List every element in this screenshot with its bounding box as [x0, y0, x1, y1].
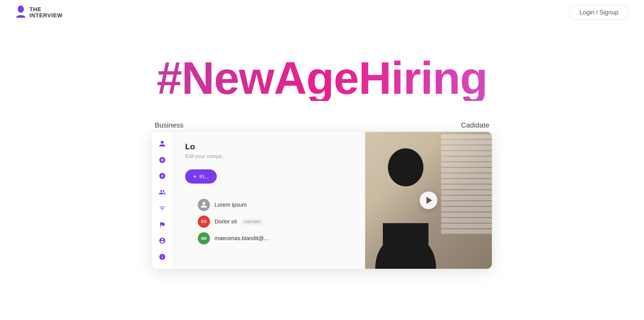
info-icon[interactable] [158, 253, 167, 261]
window-blinds [441, 132, 492, 269]
play-triangle-icon [426, 197, 432, 204]
blind-slat [441, 134, 492, 139]
invite-button[interactable]: + In... [185, 169, 217, 184]
app-window: Lo Edit your compa... + In... Lorem ipsu… [152, 132, 492, 269]
demo-labels: Business Cadidate [152, 121, 492, 129]
svg-rect-2 [383, 223, 428, 269]
hero-title: #NewAgeHiring [0, 55, 644, 101]
logo-icon [15, 6, 26, 19]
avatar: MB [198, 232, 210, 244]
hero-section: #NewAgeHiring [0, 25, 644, 121]
blind-slat [441, 140, 492, 145]
header: THE INTERVIEW Login / Signup [0, 0, 644, 25]
blind-slat [441, 162, 492, 167]
blind-slat [441, 229, 492, 234]
play-button[interactable] [420, 191, 437, 209]
blind-slat [441, 157, 492, 161]
blind-slat [441, 212, 492, 217]
login-signup-button[interactable]: Login / Signup [569, 5, 629, 20]
logo-line2: INTERVIEW [29, 12, 63, 19]
svg-point-1 [388, 148, 423, 186]
blind-slat [441, 151, 492, 156]
blind-slat [441, 173, 492, 178]
chat-name: Dorlor sit [214, 218, 237, 225]
logo-line1: THE [29, 6, 63, 12]
video-panel [365, 132, 492, 269]
blind-slat [441, 224, 492, 228]
blind-slat [441, 146, 492, 150]
blind-slat [441, 179, 492, 184]
plus-circle-icon[interactable] [158, 156, 167, 164]
label-candidate: Cadidate [461, 121, 489, 129]
blind-slat [441, 190, 492, 195]
avatar [198, 199, 210, 211]
invite-label: In... [199, 173, 209, 180]
chat-name: maecenas.blandit@... [214, 235, 269, 242]
filter-icon[interactable] [158, 204, 167, 213]
label-business: Business [155, 121, 184, 129]
logo: THE INTERVIEW [15, 6, 63, 19]
play-circle-icon[interactable] [158, 172, 167, 181]
blind-slat [441, 185, 492, 189]
video-background [365, 132, 492, 269]
logo-text: THE INTERVIEW [29, 6, 63, 19]
blind-slat [441, 168, 492, 172]
blind-slat [441, 201, 492, 206]
users-icon[interactable] [158, 188, 167, 197]
blind-slat [441, 207, 492, 211]
user-icon[interactable] [158, 139, 167, 148]
member-badge: member [241, 219, 263, 225]
sidebar [152, 132, 172, 269]
blind-slat [441, 196, 492, 200]
svg-point-0 [18, 6, 24, 13]
avatar: DS [198, 216, 210, 228]
plus-icon: + [193, 173, 197, 180]
blind-slat [441, 218, 492, 223]
profile-icon[interactable] [158, 237, 167, 245]
flag-icon[interactable] [158, 220, 167, 229]
chat-name: Lorem ipsum [214, 202, 247, 208]
demo-section: Business Cadidate [0, 121, 644, 269]
